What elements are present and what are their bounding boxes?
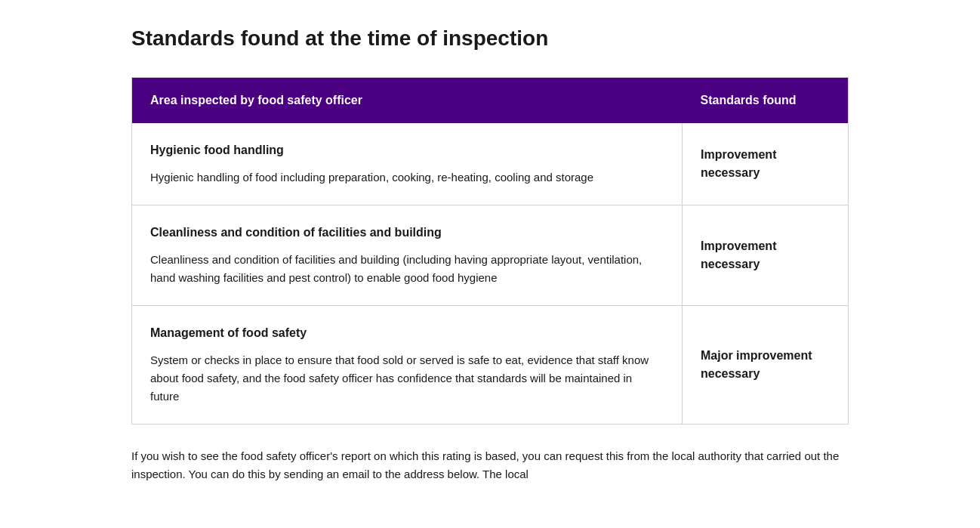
area-title-2: Cleanliness and condition of facilities … bbox=[150, 224, 664, 242]
standards-cell-3: Major improvement necessary bbox=[683, 306, 849, 425]
standards-cell-2: Improvement necessary bbox=[683, 205, 849, 306]
area-cell-2: Cleanliness and condition of facilities … bbox=[132, 205, 683, 306]
area-cell-3: Management of food safety System or chec… bbox=[132, 306, 683, 425]
page-title: Standards found at the time of inspectio… bbox=[131, 23, 849, 54]
area-title-3: Management of food safety bbox=[150, 324, 664, 342]
area-description-1: Hygienic handling of food including prep… bbox=[150, 168, 664, 187]
table-row: Cleanliness and condition of facilities … bbox=[132, 205, 849, 306]
area-cell-1: Hygienic food handling Hygienic handling… bbox=[132, 123, 683, 205]
table-body: Hygienic food handling Hygienic handling… bbox=[132, 123, 849, 425]
footer-text: If you wish to see the food safety offic… bbox=[131, 447, 849, 483]
standards-col-header: Standards found bbox=[683, 78, 849, 124]
area-description-2: Cleanliness and condition of facilities … bbox=[150, 251, 664, 287]
area-col-header: Area inspected by food safety officer bbox=[132, 78, 683, 124]
page-container: Standards found at the time of inspectio… bbox=[0, 0, 980, 506]
inspection-table: Area inspected by food safety officer St… bbox=[131, 77, 849, 425]
header-row: Area inspected by food safety officer St… bbox=[132, 78, 849, 124]
area-title-1: Hygienic food handling bbox=[150, 141, 664, 159]
table-row: Management of food safety System or chec… bbox=[132, 306, 849, 425]
standards-cell-1: Improvement necessary bbox=[683, 123, 849, 205]
area-description-3: System or checks in place to ensure that… bbox=[150, 351, 664, 406]
table-row: Hygienic food handling Hygienic handling… bbox=[132, 123, 849, 205]
table-header: Area inspected by food safety officer St… bbox=[132, 78, 849, 124]
